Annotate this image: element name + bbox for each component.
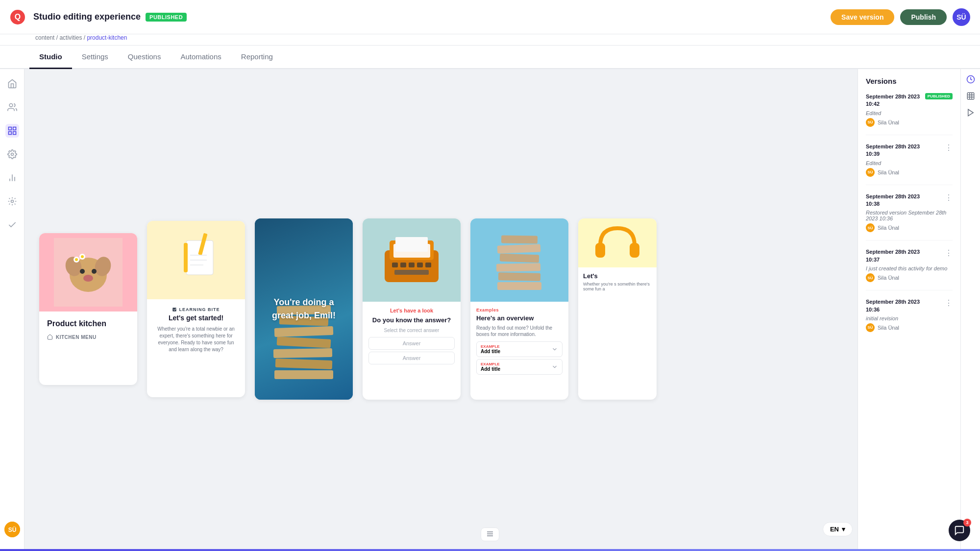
version-2-menu-button[interactable]: ⋮ <box>945 143 953 152</box>
version-item-3: September 28th 202310:38 ⋮ Restored vers… <box>866 193 953 241</box>
chevron-down-icon-2 <box>551 363 558 370</box>
topbar: Q Studio editing experience PUBLISHED Sa… <box>0 0 980 34</box>
card-learning-bite[interactable]: LEARNING BITE Let's get started! Whether… <box>147 221 245 397</box>
card-headphones-partial[interactable]: Let's Whether you're s somethin there's … <box>578 218 657 400</box>
version-5-user: SÜ Sila Ünal <box>866 323 953 332</box>
card-2-image <box>147 221 245 299</box>
svg-point-7 <box>11 153 13 156</box>
published-badge: PUBLISHED <box>146 13 187 22</box>
chat-icon <box>954 525 965 536</box>
chat-bubble[interactable]: 3 <box>949 520 970 541</box>
version-2-date: September 28th 202310:39 <box>866 143 920 158</box>
svg-rect-55 <box>595 243 605 258</box>
breadcrumb-activities[interactable]: activities <box>59 34 82 41</box>
svg-rect-26 <box>186 240 213 275</box>
publish-button[interactable]: Publish <box>900 9 947 25</box>
user-avatar-button[interactable]: SÜ <box>953 8 970 26</box>
card-1-image <box>39 233 137 311</box>
save-version-button[interactable]: Save version <box>831 9 894 25</box>
svg-marker-63 <box>968 109 973 116</box>
version-4-avatar: SÜ <box>866 273 875 282</box>
bottom-toggle-bar[interactable] <box>481 527 499 541</box>
card-5-item-2[interactable]: EXAMPLE Add title <box>476 359 563 375</box>
breadcrumb-content[interactable]: content <box>35 34 54 41</box>
version-item-5: September 28th 202310:36 ⋮ initial revis… <box>866 298 953 340</box>
card-2-body: LEARNING BITE Let's get started! Whether… <box>147 299 245 361</box>
left-sidebar: SÜ <box>0 69 24 549</box>
svg-rect-33 <box>275 359 333 369</box>
version-3-avatar: SÜ <box>866 223 875 232</box>
right-icons-panel <box>960 69 980 549</box>
version-2-user: SÜ Sila Ünal <box>866 168 953 177</box>
sidebar-icon-gear[interactable] <box>5 194 19 208</box>
card-4-answer-2[interactable]: Answer <box>368 352 455 364</box>
card-examples[interactable]: Examples Here's an overview Ready to fin… <box>470 218 568 400</box>
sidebar-icon-settings[interactable] <box>5 147 19 161</box>
grid-bottom-icon <box>486 530 494 538</box>
svg-rect-46 <box>425 263 431 267</box>
svg-rect-4 <box>13 127 16 130</box>
svg-point-2 <box>9 104 13 107</box>
version-3-menu-button[interactable]: ⋮ <box>945 193 953 202</box>
version-5-date: September 28th 202310:36 <box>866 298 920 313</box>
tab-studio[interactable]: Studio <box>29 46 72 69</box>
card-5-item-1[interactable]: EXAMPLE Add title <box>476 341 563 357</box>
tab-questions[interactable]: Questions <box>118 46 171 69</box>
card-4-image <box>363 218 461 302</box>
card-4-look: Let's have a look <box>368 308 455 313</box>
card-4-hint: Select the correct answer <box>368 328 455 333</box>
versions-title: Versions <box>866 77 953 85</box>
version-3-date: September 28th 202310:38 <box>866 193 920 208</box>
svg-rect-51 <box>496 263 540 272</box>
card-2-description: Whether you're a total newbie or an expe… <box>155 326 237 353</box>
version-2-status: Edited <box>866 160 953 166</box>
tab-reporting[interactable]: Reporting <box>231 46 283 69</box>
breadcrumb-current: product-kitchen <box>87 34 127 41</box>
sidebar-icon-check[interactable] <box>5 218 19 232</box>
version-4-menu-button[interactable]: ⋮ <box>945 248 953 258</box>
svg-point-24 <box>81 255 84 258</box>
history-icon[interactable] <box>966 75 975 84</box>
svg-rect-52 <box>500 254 539 263</box>
version-4-date: September 28th 202310:37 <box>866 248 920 264</box>
card-product-kitchen[interactable]: Product kitchen KITCHEN MENU <box>39 233 137 385</box>
app-logo[interactable]: Q <box>10 9 25 25</box>
svg-rect-35 <box>277 336 331 348</box>
card-3-text: You're doing a great job, Emil! <box>255 286 353 332</box>
card-great-job[interactable]: You're doing a great job, Emil! <box>255 218 353 400</box>
sidebar-icon-home[interactable] <box>5 77 19 91</box>
kitchen-menu: KITCHEN MENU <box>47 334 129 340</box>
language-selector[interactable]: EN ▾ <box>823 522 853 536</box>
svg-rect-56 <box>630 243 639 258</box>
sidebar-icon-chart[interactable] <box>5 171 19 185</box>
card-6-title: Let's <box>583 272 652 280</box>
svg-point-20 <box>83 275 93 282</box>
svg-rect-34 <box>273 348 332 358</box>
card-question[interactable]: Let's have a look Do you know the answer… <box>363 218 461 400</box>
sidebar-icon-grid[interactable] <box>5 124 19 138</box>
tab-settings[interactable]: Settings <box>72 46 118 69</box>
svg-rect-32 <box>274 370 333 379</box>
play-icon[interactable] <box>966 108 975 117</box>
svg-rect-5 <box>13 132 16 135</box>
card-4-body: Let's have a look Do you know the answer… <box>363 302 461 372</box>
version-item-2: September 28th 202310:39 ⋮ Edited SÜ Sil… <box>866 143 953 185</box>
version-5-menu-button[interactable]: ⋮ <box>945 298 953 308</box>
svg-text:Q: Q <box>15 13 21 21</box>
svg-rect-53 <box>497 244 541 254</box>
version-5-avatar: SÜ <box>866 323 875 332</box>
table-icon[interactable] <box>966 92 975 100</box>
page-title: Studio editing experience <box>33 12 141 22</box>
content-area: Product kitchen KITCHEN MENU <box>24 69 858 549</box>
card-4-answer-1[interactable]: Answer <box>368 337 455 350</box>
svg-rect-42 <box>392 263 398 267</box>
sidebar-user-avatar[interactable]: SÜ <box>4 522 20 537</box>
tab-automations[interactable]: Automations <box>171 46 231 69</box>
svg-rect-3 <box>8 127 11 130</box>
svg-rect-43 <box>400 263 406 267</box>
svg-rect-45 <box>417 263 423 267</box>
card-5-description: Ready to find out more? Unfold the boxes… <box>476 325 563 337</box>
card-5-body: Examples Here's an overview Ready to fin… <box>470 302 568 383</box>
card-1-title: Product kitchen <box>47 319 129 328</box>
sidebar-icon-users[interactable] <box>5 100 19 114</box>
